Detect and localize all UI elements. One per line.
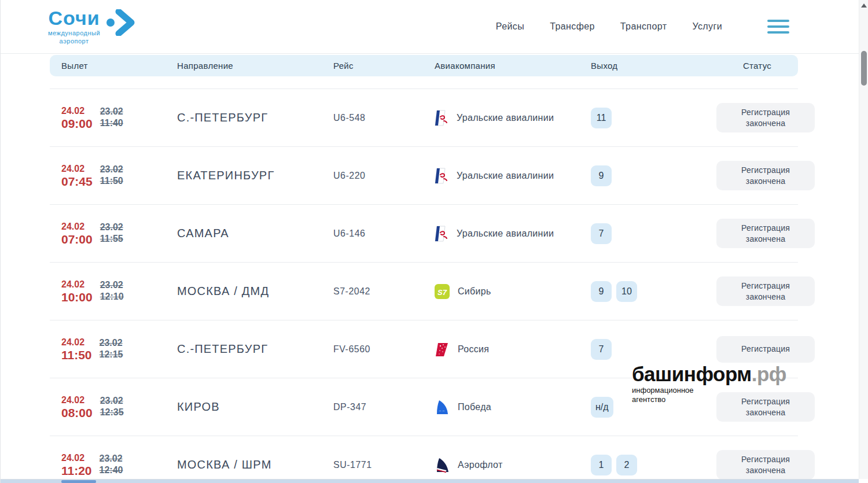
departure-new-time: 11:20 (61, 464, 92, 477)
flight-row: 24.0210:0023.0212:10МОСКВА / ДМДS7-2042S… (50, 263, 798, 320)
nav-item-flights[interactable]: Рейсы (496, 21, 524, 32)
airline-cell: Россия (423, 341, 579, 357)
departure-old-time: 12:35 (100, 407, 124, 419)
table-header: Вылет Направление Рейс Авиакомпания Выхо… (50, 55, 798, 76)
logo-title: Сочи (48, 8, 100, 28)
scroll-up-arrow-icon[interactable] (861, 3, 867, 8)
old-departure-time: 23.0212:15 (100, 337, 123, 362)
flight-number-cell: U6-548 (322, 113, 423, 123)
departure-new-time: 09:00 (61, 117, 93, 130)
departure-old-date: 23.02 (100, 453, 123, 465)
departure-old-time: 11:50 (100, 175, 123, 187)
flight-number-cell: SU-1771 (322, 460, 423, 470)
flight-row: 24.0209:0023.0211:40С.-ПЕТЕРБУРГU6-548Ур… (50, 89, 798, 147)
status-badge: Регистрация закончена (716, 161, 815, 190)
departure-old-time: 11:40 (100, 117, 123, 130)
gate-badge: 10 (616, 281, 637, 302)
departure-time-cell: 24.0207:4523.0211:50 (50, 163, 165, 189)
old-departure-time: 23.0211:55 (100, 222, 123, 246)
column-header-flight: Рейс (322, 61, 423, 71)
departure-time-cell: 24.0207:0023.0211:55 (50, 221, 165, 246)
horizontal-scrollbar-thumb[interactable] (61, 480, 96, 483)
flight-number-cell: U6-220 (322, 171, 423, 181)
main-nav: Рейсы Трансфер Транспорт Услуги (496, 20, 789, 34)
departure-new-date: 24.02 (61, 221, 84, 233)
watermark-title: башинформ.рф (632, 364, 786, 384)
departure-old-date: 23.02 (100, 337, 123, 349)
old-departure-time: 23.0212:35 (100, 395, 124, 419)
vertical-scrollbar[interactable] (859, 0, 868, 479)
gate-badge: 2 (616, 455, 637, 475)
hamburger-menu-icon[interactable] (767, 20, 789, 34)
horizontal-scrollbar[interactable] (1, 479, 859, 483)
new-departure-time: 24.0207:00 (61, 221, 93, 246)
status-cell: Регистрация закончена (716, 276, 815, 305)
table-body: 24.0209:0023.0211:40С.-ПЕТЕРБУРГU6-548Ур… (50, 89, 798, 483)
departure-new-time: 10:00 (61, 290, 93, 304)
departure-new-time: 11:50 (61, 348, 92, 362)
gate-cell: 9 (579, 165, 716, 186)
flight-row: 24.0207:0023.0211:55САМАРАU6-146Уральски… (50, 205, 798, 263)
svg-text:S7: S7 (437, 287, 447, 296)
airline-name: Аэрофлот (458, 460, 503, 470)
departure-old-date: 23.02 (100, 279, 123, 292)
gate-badge: 7 (591, 223, 612, 244)
departure-new-date: 24.02 (61, 394, 84, 407)
departure-new-date: 24.02 (61, 452, 84, 464)
departure-time-cell: 24.0211:5023.0212:15 (50, 337, 165, 362)
nav-item-transfer[interactable]: Трансфер (550, 21, 595, 32)
departure-time-cell: 24.0209:0023.0211:40 (50, 105, 165, 131)
airline-name: Уральские авиалинии (457, 228, 554, 239)
flight-row: 24.0207:4523.0211:50ЕКАТЕРИНБУРГU6-220Ур… (50, 147, 798, 205)
logo-arrow-icon (106, 9, 136, 36)
airline-name: Сибирь (458, 286, 491, 297)
gate-cell: 7 (579, 223, 716, 244)
departure-old-time: 12:15 (100, 349, 123, 361)
airline-cell: Аэрофлот (423, 457, 579, 473)
gate-cell: 7 (579, 339, 716, 360)
column-header-airline: Авиакомпания (423, 61, 579, 71)
s7-logo: S7 (435, 284, 450, 299)
aeroflot-logo (435, 457, 450, 473)
watermark-subtitle: информационное агентство (632, 386, 786, 405)
departure-time-cell: 24.0208:0023.0212:35 (50, 394, 165, 420)
nav-item-transport[interactable]: Транспорт (620, 21, 667, 32)
vertical-scrollbar-thumb[interactable] (861, 51, 867, 86)
departure-new-date: 24.02 (61, 105, 84, 117)
departure-time-cell: 24.0211:2023.0212:40 (50, 452, 165, 478)
site-header: Сочи международный аэропорт Рейсы Трансф… (1, 0, 859, 54)
new-departure-time: 24.0210:00 (61, 279, 93, 304)
departures-board: Вылет Направление Рейс Авиакомпания Выхо… (50, 54, 798, 483)
destination-cell: ЕКАТЕРИНБУРГ (165, 169, 322, 182)
flight-number-cell: DP-347 (322, 402, 423, 412)
gate-cell: 12 (579, 455, 716, 475)
new-departure-time: 24.0208:00 (61, 394, 93, 420)
destination-cell: КИРОВ (165, 400, 322, 414)
pobeda-logo (435, 399, 450, 415)
gate-badge: 1 (591, 455, 612, 475)
departure-new-time: 07:45 (61, 175, 93, 188)
column-header-departure: Вылет (50, 61, 165, 71)
departure-old-time: 11:55 (100, 233, 123, 245)
old-departure-time: 23.0211:40 (100, 106, 123, 130)
ural-airlines-logo (435, 167, 448, 185)
flight-number-cell: FV-6560 (322, 344, 423, 355)
status-cell: Регистрация закончена (716, 450, 815, 479)
departure-old-date: 23.02 (100, 222, 123, 234)
new-departure-time: 24.0211:20 (61, 452, 92, 478)
sochi-airport-logo[interactable]: Сочи международный аэропорт (48, 8, 136, 46)
nav-item-services[interactable]: Услуги (692, 21, 722, 32)
gate-cell: 11 (579, 108, 716, 128)
destination-cell: С.-ПЕТЕРБУРГ (165, 111, 322, 124)
airline-cell: Победа (423, 399, 579, 415)
destination-cell: САМАРА (165, 227, 322, 240)
gate-badge: 11 (591, 108, 612, 128)
new-departure-time: 24.0209:00 (61, 105, 93, 131)
ural-airlines-logo (435, 225, 448, 242)
gate-cell: 910 (579, 281, 716, 302)
column-header-status: Статус (716, 61, 798, 71)
column-header-destination: Направление (165, 61, 322, 71)
departure-new-date: 24.02 (61, 163, 84, 175)
airline-cell: Уральские авиалинии (423, 225, 579, 242)
new-departure-time: 24.0207:45 (61, 163, 93, 189)
